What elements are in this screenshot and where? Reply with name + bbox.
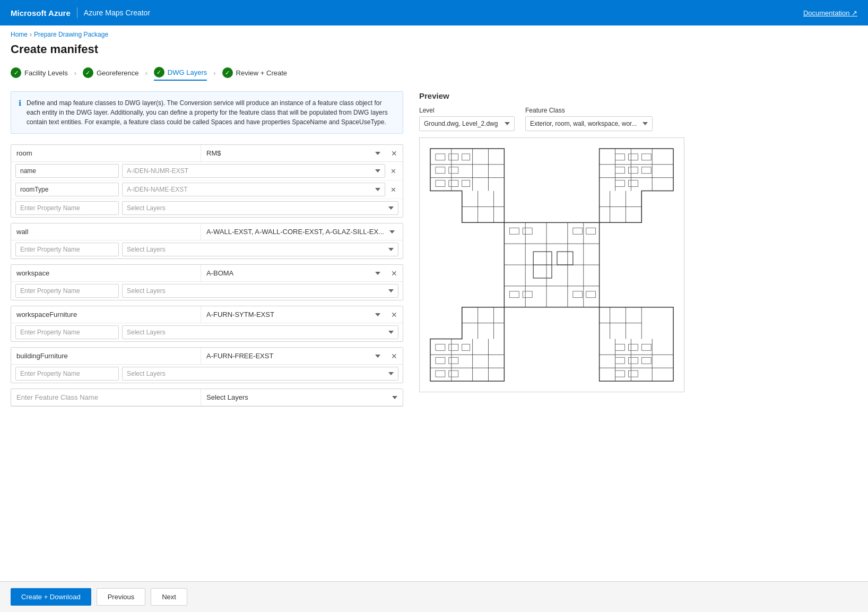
prop-layers-select-room-type[interactable]: A-IDEN-NAME-EXST [122,183,385,196]
fc-close-wf[interactable]: ✕ [386,307,403,323]
feature-class-room: RM$ ✕ A-IDEN-NUMR-EXST ✕ A-IDEN-NAME-EXS… [11,144,403,218]
footer: Create + Download Previous Next [0,581,868,597]
fc-close-wall[interactable]: ✕ [400,224,403,240]
fc-name-input-workspace[interactable] [11,265,201,281]
level-select[interactable]: Ground.dwg, Level_2.dwg [419,116,515,131]
feature-class-workspace: A-BOMA ✕ Select Layers [11,264,403,300]
wizard-sep-3: › [211,69,218,77]
prop-layers-select-wall-new[interactable]: Select Layers [122,243,398,256]
fc-layers-select-room[interactable]: RM$ [201,145,386,161]
step-label-geo: Georeference [97,69,139,77]
prop-name-input-bf-new[interactable] [15,367,119,381]
fc-top-row-wf: A-FURN-SYTM-EXST ✕ [11,306,403,323]
wizard-step-facility-levels[interactable]: ✓ Facility Levels [11,65,68,80]
step-check-review: ✓ [222,67,233,78]
fc-close-bf[interactable]: ✕ [386,348,403,364]
prop-close-room-name[interactable]: ✕ [388,165,398,177]
wizard-sep-1: › [72,69,79,77]
breadcrumb-separator: › [30,31,32,38]
feature-class-new: Select Layers [11,389,403,407]
previous-button[interactable]: Previous [97,588,146,597]
prop-name-input-wall-new[interactable] [15,243,119,256]
feature-class-control: Feature Class Exterior, room, wall, work… [525,107,653,131]
info-box: ℹ Define and map feature classes to DWG … [11,91,403,134]
next-button[interactable]: Next [151,588,187,597]
left-panel: ℹ Define and map feature classes to DWG … [11,91,403,597]
feature-class-label: Feature Class [525,107,653,114]
fc-layers-select-wf[interactable]: A-FURN-SYTM-EXST [201,306,386,323]
prop-name-input-room-new[interactable] [15,201,119,215]
feature-class-buildingfurniture: A-FURN-FREE-EXST ✕ Select Layers [11,347,403,383]
info-text: Define and map feature classes to DWG la… [27,98,395,127]
level-label: Level [419,107,515,114]
prop-close-room-type[interactable]: ✕ [388,184,398,196]
header-left: Microsoft Azure Azure Maps Creator [11,7,150,18]
wizard-step-review[interactable]: ✓ Review + Create [222,65,287,80]
prop-row-room-name: A-IDEN-NUMR-EXST ✕ [11,162,403,180]
breadcrumb-home[interactable]: Home [11,31,28,38]
fc-name-input-bf[interactable] [11,348,201,364]
page-title: Create manifest [0,40,868,65]
fc-top-row-bf: A-FURN-FREE-EXST ✕ [11,348,403,365]
step-label-facility: Facility Levels [24,69,68,77]
wizard-sep-2: › [143,69,149,77]
prop-row-room-new: Select Layers [11,199,403,217]
fc-layers-select-new[interactable]: Select Layers [201,389,403,406]
fc-name-input-wall[interactable] [11,223,201,240]
brand-name: Microsoft Azure [11,8,71,18]
fc-name-input-new[interactable] [11,389,201,406]
wizard-steps: ✓ Facility Levels › ✓ Georeference › ✓ D… [0,65,868,91]
prop-layers-select-bf-new[interactable]: Select Layers [122,367,398,381]
app-header: Microsoft Azure Azure Maps Creator Docum… [0,0,868,25]
header-divider [77,7,77,18]
right-panel: Preview Level Ground.dwg, Level_2.dwg Fe… [419,91,857,597]
breadcrumb: Home › Prepare Drawing Package [0,25,868,40]
step-check-geo: ✓ [83,67,93,78]
feature-class-select[interactable]: Exterior, room, wall, workspace, wor... [525,116,653,131]
create-download-button[interactable]: Create + Download [11,588,91,597]
main-layout: ℹ Define and map feature classes to DWG … [0,91,868,597]
feature-classes-list: RM$ ✕ A-IDEN-NUMR-EXST ✕ A-IDEN-NAME-EXS… [11,144,403,444]
floor-plan-preview [419,137,684,392]
fc-close-workspace[interactable]: ✕ [386,265,403,281]
prop-name-input-room-name[interactable] [15,164,119,178]
fc-name-input-room[interactable] [11,145,201,161]
fc-top-row-wall: A-WALL-EXST, A-WALL-CORE-EXST, A-GLAZ-SI… [11,223,403,240]
feature-class-wall: A-WALL-EXST, A-WALL-CORE-EXST, A-GLAZ-SI… [11,223,403,259]
prop-row-workspace-new: Select Layers [11,282,403,300]
breadcrumb-current[interactable]: Prepare Drawing Package [34,31,108,38]
preview-title: Preview [419,91,857,100]
wizard-step-georeference[interactable]: ✓ Georeference [83,65,139,80]
fc-top-row-workspace: A-BOMA ✕ [11,265,403,282]
prop-layers-select-room-new[interactable]: Select Layers [122,201,398,215]
app-name: Azure Maps Creator [84,8,150,17]
prop-row-wall-new: Select Layers [11,240,403,258]
prop-layers-select-workspace-new[interactable]: Select Layers [122,284,398,298]
fc-name-input-wf[interactable] [11,306,201,323]
prop-layers-select-wf-new[interactable]: Select Layers [122,325,398,339]
documentation-link[interactable]: Documentation ↗ [803,9,857,17]
fc-layers-select-wall[interactable]: A-WALL-EXST, A-WALL-CORE-EXST, A-GLAZ-SI… [201,223,400,240]
preview-controls: Level Ground.dwg, Level_2.dwg Feature Cl… [419,107,857,131]
level-control: Level Ground.dwg, Level_2.dwg [419,107,515,131]
feature-class-workspacefurniture: A-FURN-SYTM-EXST ✕ Select Layers [11,306,403,342]
prop-name-input-room-type[interactable] [15,183,119,196]
floor-plan-svg [420,138,684,392]
fc-top-row-new: Select Layers [11,389,403,406]
prop-name-input-workspace-new[interactable] [15,284,119,298]
prop-row-bf-new: Select Layers [11,365,403,383]
prop-row-room-type: A-IDEN-NAME-EXST ✕ [11,180,403,199]
prop-layers-select-room-name[interactable]: A-IDEN-NUMR-EXST [122,164,385,178]
step-label-review: Review + Create [236,69,287,77]
step-label-dwg: DWG Layers [168,68,207,76]
wizard-step-dwg-layers[interactable]: ✓ DWG Layers [154,65,207,81]
fc-top-row-room: RM$ ✕ [11,145,403,162]
fc-layers-select-bf[interactable]: A-FURN-FREE-EXST [201,348,386,364]
step-check-facility: ✓ [11,67,21,78]
fc-layers-select-workspace[interactable]: A-BOMA [201,265,386,281]
info-icon: ℹ [19,99,21,127]
prop-name-input-wf-new[interactable] [15,325,119,339]
step-check-dwg: ✓ [154,67,164,77]
fc-close-room[interactable]: ✕ [386,145,403,161]
prop-row-wf-new: Select Layers [11,323,403,341]
